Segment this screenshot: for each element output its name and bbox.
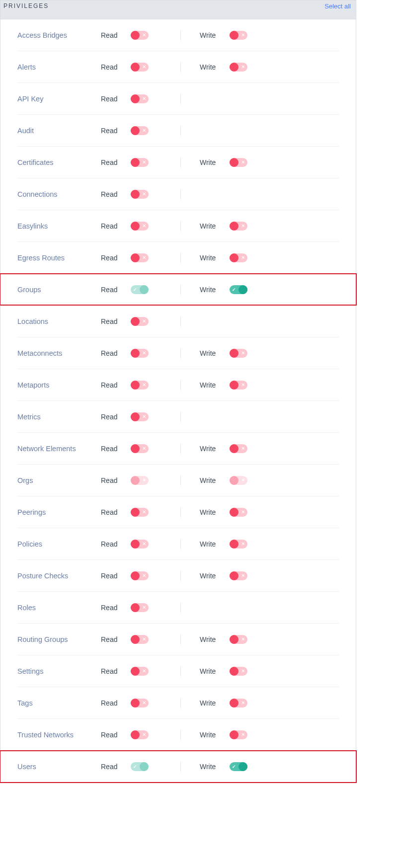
x-icon — [239, 381, 247, 390]
privilege-name[interactable]: Metaports — [17, 381, 101, 389]
privilege-row: Routing GroupsReadWrite — [17, 624, 339, 655]
x-icon — [140, 349, 149, 358]
read-toggle[interactable] — [131, 540, 149, 549]
cell-divider — [180, 507, 181, 517]
privilege-name[interactable]: Orgs — [17, 476, 101, 484]
toggle-knob — [230, 508, 239, 517]
write-toggle[interactable] — [230, 285, 247, 294]
write-toggle[interactable] — [230, 762, 247, 771]
cell-divider — [180, 126, 181, 136]
read-toggle[interactable] — [131, 381, 149, 390]
write-toggle-cell — [230, 667, 274, 676]
privilege-name[interactable]: Settings — [17, 667, 101, 675]
write-toggle[interactable] — [230, 635, 247, 644]
privilege-name[interactable]: Groups — [17, 286, 101, 294]
privilege-name[interactable]: Roles — [17, 604, 101, 612]
write-toggle[interactable] — [230, 730, 247, 739]
privilege-name[interactable]: Egress Routes — [17, 254, 101, 262]
privilege-name[interactable]: Metrics — [17, 413, 101, 421]
read-toggle[interactable] — [131, 222, 149, 231]
write-toggle[interactable] — [230, 31, 247, 40]
read-toggle[interactable] — [131, 730, 149, 739]
read-toggle[interactable] — [131, 603, 149, 612]
write-toggle-cell — [230, 349, 274, 358]
write-toggle[interactable] — [230, 222, 247, 231]
privilege-name[interactable]: Easylinks — [17, 222, 101, 230]
toggle-knob — [140, 285, 149, 294]
read-toggle[interactable] — [131, 126, 149, 135]
write-toggle-cell — [230, 699, 274, 708]
privilege-row: SettingsReadWrite — [17, 655, 339, 687]
privilege-name[interactable]: Access Bridges — [17, 31, 101, 39]
toggle-knob — [230, 540, 239, 549]
privilege-name[interactable]: Posture Checks — [17, 572, 101, 580]
toggle-knob — [131, 253, 140, 262]
privilege-name[interactable]: Users — [17, 763, 101, 771]
privilege-name[interactable]: Alerts — [17, 63, 101, 71]
x-icon — [140, 476, 149, 485]
read-toggle[interactable] — [131, 699, 149, 708]
write-toggle[interactable] — [230, 699, 247, 708]
read-label: Read — [101, 763, 131, 771]
read-toggle[interactable] — [131, 667, 149, 676]
write-toggle[interactable] — [230, 667, 247, 676]
read-toggle-cell — [131, 63, 175, 72]
read-toggle-cell — [131, 635, 175, 644]
read-toggle[interactable] — [131, 635, 149, 644]
select-all-link[interactable]: Select all — [324, 2, 351, 10]
read-toggle[interactable] — [131, 444, 149, 453]
write-toggle-cell — [230, 381, 274, 390]
privilege-name[interactable]: Policies — [17, 540, 101, 548]
privilege-name[interactable]: Tags — [17, 699, 101, 707]
read-toggle[interactable] — [131, 31, 149, 40]
read-toggle[interactable] — [131, 412, 149, 421]
write-toggle[interactable] — [230, 349, 247, 358]
privilege-name[interactable]: Peerings — [17, 508, 101, 516]
read-toggle[interactable] — [131, 508, 149, 517]
write-toggle[interactable] — [230, 540, 247, 549]
read-toggle[interactable] — [131, 349, 149, 358]
read-toggle-cell — [131, 603, 175, 612]
read-toggle-cell — [131, 412, 175, 421]
read-toggle[interactable] — [131, 63, 149, 72]
cell-divider — [180, 348, 181, 358]
privilege-name[interactable]: Connections — [17, 190, 101, 198]
privilege-name[interactable]: Certificates — [17, 158, 101, 166]
read-label: Read — [101, 572, 131, 580]
toggle-knob — [131, 603, 140, 612]
privilege-name[interactable]: Routing Groups — [17, 635, 101, 643]
write-label: Write — [200, 63, 230, 71]
read-toggle[interactable] — [131, 571, 149, 580]
write-toggle-cell — [230, 444, 274, 453]
read-toggle[interactable] — [131, 190, 149, 199]
privilege-name[interactable]: Locations — [17, 317, 101, 325]
x-icon — [140, 444, 149, 453]
read-label: Read — [101, 317, 131, 325]
read-label: Read — [101, 731, 131, 739]
privilege-name[interactable]: Audit — [17, 127, 101, 135]
read-toggle[interactable] — [131, 158, 149, 167]
write-toggle[interactable] — [230, 508, 247, 517]
privilege-name[interactable]: API Key — [17, 95, 101, 103]
privilege-name[interactable]: Network Elements — [17, 445, 101, 453]
write-toggle[interactable] — [230, 63, 247, 72]
privilege-name[interactable]: Trusted Networks — [17, 731, 101, 739]
write-toggle[interactable] — [230, 381, 247, 390]
privilege-name[interactable]: Metaconnects — [17, 349, 101, 357]
write-toggle[interactable] — [230, 571, 247, 580]
write-toggle[interactable] — [230, 158, 247, 167]
read-toggle[interactable] — [131, 285, 149, 294]
toggle-knob — [230, 253, 239, 262]
write-toggle-cell — [230, 508, 274, 517]
read-toggle[interactable] — [131, 762, 149, 771]
cell-divider — [180, 475, 181, 485]
write-toggle[interactable] — [230, 253, 247, 262]
read-toggle[interactable] — [131, 253, 149, 262]
write-toggle[interactable] — [230, 444, 247, 453]
toggle-knob — [131, 444, 140, 453]
privilege-row: UsersReadWrite — [17, 751, 339, 783]
read-toggle[interactable] — [131, 317, 149, 326]
write-toggle-cell — [230, 158, 274, 167]
read-toggle[interactable] — [131, 94, 149, 103]
read-label: Read — [101, 413, 131, 421]
